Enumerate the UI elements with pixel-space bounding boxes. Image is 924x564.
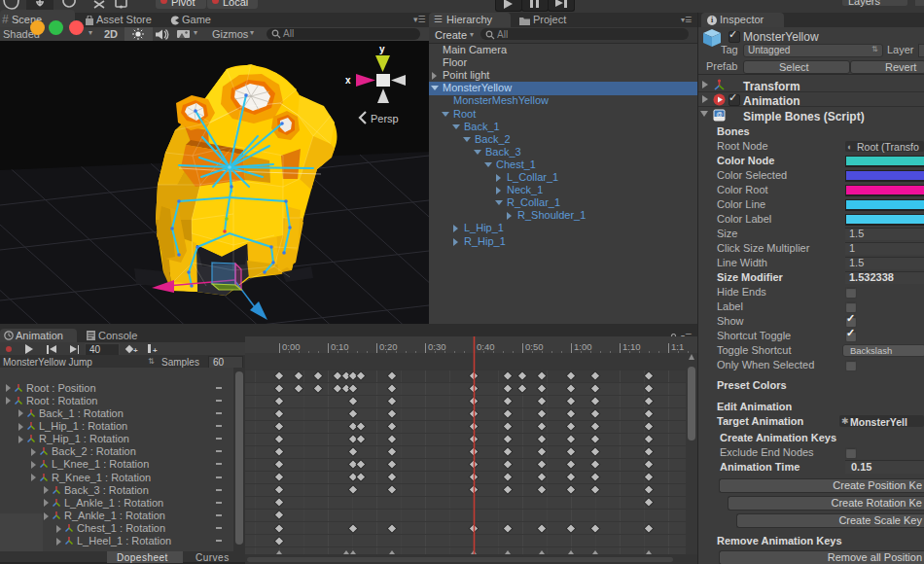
svg-text:0:40: 0:40 xyxy=(477,341,495,352)
svg-text:0:10: 0:10 xyxy=(331,341,349,352)
svg-text:1:10: 1:10 xyxy=(622,341,641,352)
svg-text:x: x xyxy=(345,75,351,86)
svg-text:1:1: 1:1 xyxy=(671,341,684,352)
svg-text:0:30: 0:30 xyxy=(428,341,446,352)
svg-text:y: y xyxy=(379,44,385,54)
svg-text:0:00: 0:00 xyxy=(282,341,301,352)
svg-text:0:50: 0:50 xyxy=(525,341,544,352)
svg-text:Persp: Persp xyxy=(371,113,399,124)
svg-text:0:20: 0:20 xyxy=(379,341,398,352)
svg-text:1:00: 1:00 xyxy=(574,341,592,352)
svg-text:@: @ xyxy=(716,111,723,118)
